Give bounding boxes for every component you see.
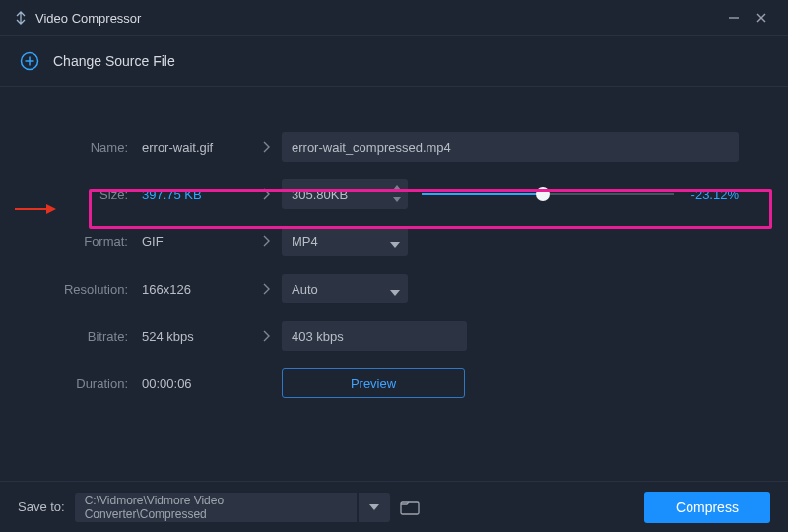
chevron-right-icon xyxy=(250,187,282,201)
row-size: Size: 397.75 KB 305.80KB -23.12% xyxy=(49,177,739,211)
main-panel: Name: error-wait.gif Size: 397.75 KB 305… xyxy=(0,87,788,424)
step-up-button[interactable] xyxy=(390,182,404,192)
label-duration: Duration: xyxy=(49,376,128,391)
row-name: Name: error-wait.gif xyxy=(49,130,739,164)
chevron-down-icon xyxy=(390,236,400,251)
row-resolution: Resolution: 166x126 Auto xyxy=(49,272,739,305)
app-icon xyxy=(14,11,28,25)
value-duration: 00:00:06 xyxy=(142,376,250,391)
save-path-dropdown[interactable] xyxy=(359,493,390,522)
annotation-arrow xyxy=(15,202,56,219)
resolution-output-value: Auto xyxy=(292,282,318,297)
bitrate-output-field[interactable]: 403 kbps xyxy=(282,321,467,351)
size-slider[interactable] xyxy=(422,193,674,195)
titlebar: Video Compressor xyxy=(0,0,788,35)
chevron-down-icon xyxy=(390,284,400,299)
preview-label: Preview xyxy=(351,376,396,391)
size-stepper xyxy=(390,182,404,204)
size-percent: -23.12% xyxy=(684,187,739,202)
save-path-field[interactable]: C:\Vidmore\Vidmore Video Converter\Compr… xyxy=(75,493,357,522)
save-path-value: C:\Vidmore\Vidmore Video Converter\Compr… xyxy=(85,494,347,521)
save-to-label: Save to: xyxy=(18,499,65,514)
footer: Save to: C:\Vidmore\Vidmore Video Conver… xyxy=(0,481,788,532)
preview-button[interactable]: Preview xyxy=(282,368,465,398)
resolution-output-dropdown[interactable]: Auto xyxy=(282,274,408,303)
step-down-button[interactable] xyxy=(390,194,404,204)
label-name: Name: xyxy=(49,140,128,155)
row-format: Format: GIF MP4 xyxy=(49,225,739,258)
row-bitrate: Bitrate: 524 kbps 403 kbps xyxy=(49,319,739,353)
slider-thumb[interactable] xyxy=(536,187,550,201)
chevron-right-icon xyxy=(250,234,282,248)
change-source-label: Change Source File xyxy=(53,53,175,69)
chevron-right-icon xyxy=(250,140,282,154)
close-button[interactable] xyxy=(749,5,774,31)
open-folder-button[interactable] xyxy=(400,499,420,515)
chevron-right-icon xyxy=(250,329,282,343)
value-name-source: error-wait.gif xyxy=(142,140,250,155)
bitrate-output-value: 403 kbps xyxy=(292,329,344,344)
minimize-button[interactable] xyxy=(721,5,747,31)
value-format-source: GIF xyxy=(142,234,250,249)
app-title: Video Compressor xyxy=(35,11,141,26)
value-size-source: 397.75 KB xyxy=(142,187,250,202)
label-format: Format: xyxy=(49,234,128,249)
size-output-value: 305.80KB xyxy=(292,187,348,202)
label-size: Size: xyxy=(49,187,128,202)
chevron-right-icon xyxy=(250,282,282,296)
change-source-row[interactable]: Change Source File xyxy=(0,35,788,87)
plus-circle-icon xyxy=(20,51,39,71)
label-bitrate: Bitrate: xyxy=(49,329,128,344)
compress-label: Compress xyxy=(676,499,739,515)
value-resolution-source: 166x126 xyxy=(142,282,250,297)
format-output-value: MP4 xyxy=(292,234,318,249)
name-output-input[interactable] xyxy=(282,132,739,162)
size-output-field[interactable]: 305.80KB xyxy=(282,179,408,209)
format-output-dropdown[interactable]: MP4 xyxy=(282,227,408,256)
value-bitrate-source: 524 kbps xyxy=(142,329,250,344)
row-duration: Duration: 00:00:06 Preview xyxy=(49,366,739,400)
label-resolution: Resolution: xyxy=(49,282,128,297)
compress-button[interactable]: Compress xyxy=(644,492,770,523)
